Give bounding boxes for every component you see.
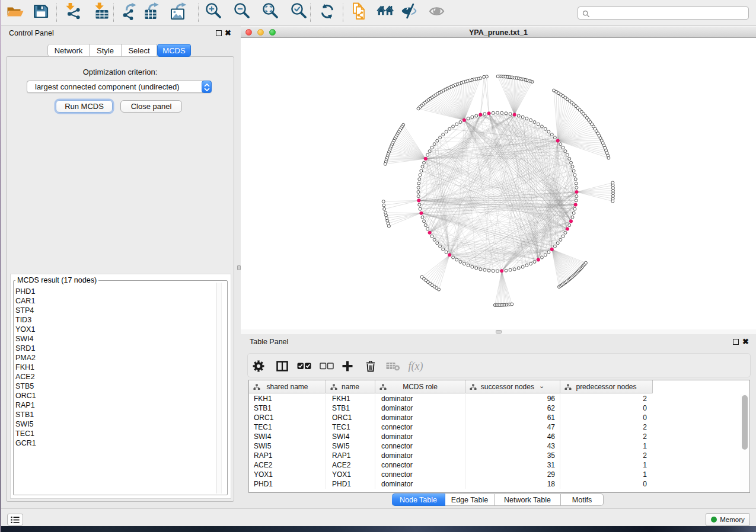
import-table-icon[interactable]: [93, 2, 111, 20]
zoom-out-icon[interactable]: [234, 2, 251, 20]
result-node-item[interactable]: PHD1: [15, 287, 216, 296]
refresh-icon[interactable]: [318, 2, 336, 20]
column-header-name[interactable]: name: [326, 380, 375, 393]
cell: ORC1: [326, 413, 375, 422]
table-scrollbar-thumb[interactable]: [742, 395, 748, 450]
network-canvas[interactable]: [241, 38, 756, 329]
control-panel-title: Control Panel: [9, 29, 54, 37]
result-node-item[interactable]: CAR1: [15, 296, 216, 306]
table-panel: Table Panel ✖ f(x) shared name name MCDS…: [241, 334, 756, 508]
mcds-result-list[interactable]: PHD1CAR1STP4TID3YOX1SWI4SRD1PMA2FKH1ACE2…: [15, 287, 216, 448]
column-header-predecessor-nodes[interactable]: predecessor nodes: [560, 380, 653, 393]
table-row[interactable]: YOX1YOX1connector291: [249, 470, 653, 479]
float-panel-icon[interactable]: [216, 30, 222, 36]
table-delete-icon[interactable]: [385, 358, 401, 374]
zoom-selected-icon[interactable]: [291, 2, 308, 20]
table-row[interactable]: STB1STB1dominator620: [249, 403, 653, 413]
cell: SWI5: [326, 441, 375, 451]
table-row[interactable]: PHD1PHD1dominator180: [249, 479, 653, 489]
save-icon[interactable]: [32, 2, 50, 20]
table-scrollbar[interactable]: [740, 394, 749, 492]
houses-icon[interactable]: [377, 2, 394, 20]
close-panel-button[interactable]: Close panel: [120, 100, 182, 113]
search-input[interactable]: [578, 7, 749, 20]
result-node-item[interactable]: ORC1: [15, 391, 216, 400]
zoom-fit-icon[interactable]: [262, 2, 280, 20]
network-window-titlebar[interactable]: YPA_prune.txt_1: [241, 26, 756, 38]
cell: 2: [560, 451, 653, 460]
run-mcds-button[interactable]: Run MCDS: [56, 100, 113, 113]
result-node-item[interactable]: PMA2: [15, 353, 216, 363]
cell: SWI4: [249, 432, 326, 441]
hide-eye-icon[interactable]: [401, 2, 419, 20]
cell: dominator: [375, 479, 465, 489]
tab-mcds[interactable]: MCDS: [157, 44, 191, 57]
result-node-item[interactable]: SRD1: [15, 344, 216, 353]
tab-node-table[interactable]: Node Table: [392, 493, 445, 506]
result-node-item[interactable]: SWI5: [15, 419, 216, 429]
tab-network[interactable]: Network: [47, 44, 90, 57]
tab-select[interactable]: Select: [122, 44, 157, 57]
column-header-MCDS-role[interactable]: MCDS role: [375, 380, 465, 393]
result-node-item[interactable]: YOX1: [15, 325, 216, 334]
tab-style[interactable]: Style: [90, 44, 122, 57]
table-row[interactable]: FKH1FKH1dominator962: [249, 394, 653, 403]
unchecked-boxes-icon[interactable]: [319, 358, 334, 374]
export-table-icon[interactable]: [144, 2, 162, 20]
cell: FKH1: [249, 394, 326, 403]
memory-status-dot: [711, 517, 717, 523]
trash-icon[interactable]: [363, 358, 378, 374]
cell: 1: [560, 470, 653, 479]
zoom-in-icon[interactable]: [205, 2, 223, 20]
close-panel-icon[interactable]: ✖: [225, 30, 231, 37]
desktop-wallpaper: [0, 526, 756, 532]
memory-button[interactable]: Memory: [706, 513, 750, 526]
tab-motifs[interactable]: Motifs: [561, 493, 604, 506]
table-row[interactable]: RAP1RAP1dominator352: [249, 451, 653, 460]
result-node-item[interactable]: SWI4: [15, 334, 216, 344]
criterion-value: largest connected component (undirected): [35, 82, 180, 91]
show-eye-icon[interactable]: [429, 2, 446, 20]
result-node-item[interactable]: ACE2: [15, 372, 216, 382]
result-node-item[interactable]: RAP1: [15, 400, 216, 410]
gear-icon[interactable]: [251, 358, 266, 374]
result-node-item[interactable]: TEC1: [15, 429, 216, 438]
result-node-item[interactable]: STB5: [15, 382, 216, 391]
table-row[interactable]: ACE2ACE2connector311: [249, 460, 653, 470]
result-node-item[interactable]: STP4: [15, 306, 216, 315]
table-row[interactable]: SWI5SWI5connector431: [249, 441, 653, 451]
vertical-splitter-handle[interactable]: [237, 265, 241, 270]
export-network-icon[interactable]: [121, 2, 139, 20]
export-image-icon[interactable]: [170, 2, 188, 20]
horizontal-splitter-handle[interactable]: [496, 330, 502, 334]
cell: connector: [375, 422, 465, 432]
checked-boxes-icon[interactable]: [296, 358, 312, 374]
open-folder-icon[interactable]: [7, 2, 24, 20]
float-table-panel-icon[interactable]: [733, 339, 739, 345]
table-row[interactable]: ORC1ORC1dominator610: [249, 413, 653, 422]
result-scrollbar[interactable]: [216, 283, 222, 493]
columns-icon[interactable]: [275, 358, 290, 374]
tab-network-table[interactable]: Network Table: [495, 493, 561, 506]
fx-icon[interactable]: f(x): [408, 358, 423, 374]
table-row[interactable]: TEC1TEC1connector472: [249, 422, 653, 432]
column-header-successor-nodes[interactable]: successor nodes⌄: [465, 380, 560, 393]
result-node-item[interactable]: FKH1: [15, 363, 216, 372]
cell: SWI5: [249, 441, 326, 451]
result-node-item[interactable]: TID3: [15, 315, 216, 325]
result-node-item[interactable]: GCR1: [15, 438, 216, 448]
import-network-icon[interactable]: [65, 2, 82, 20]
close-table-panel-icon[interactable]: ✖: [742, 338, 749, 345]
cell: 47: [465, 422, 560, 432]
cell: STB1: [249, 403, 326, 413]
column-header-shared-name[interactable]: shared name: [249, 380, 326, 393]
tab-edge-table[interactable]: Edge Table: [445, 493, 495, 506]
cell: 0: [560, 403, 653, 413]
plus-icon[interactable]: [340, 358, 355, 374]
cell: 2: [560, 422, 653, 432]
criterion-select[interactable]: largest connected component (undirected): [27, 81, 212, 93]
result-node-item[interactable]: STB1: [15, 410, 216, 419]
table-row[interactable]: SWI4SWI4dominator462: [249, 432, 653, 441]
status-list-button[interactable]: [7, 514, 23, 525]
clone-network-icon[interactable]: [352, 2, 369, 20]
